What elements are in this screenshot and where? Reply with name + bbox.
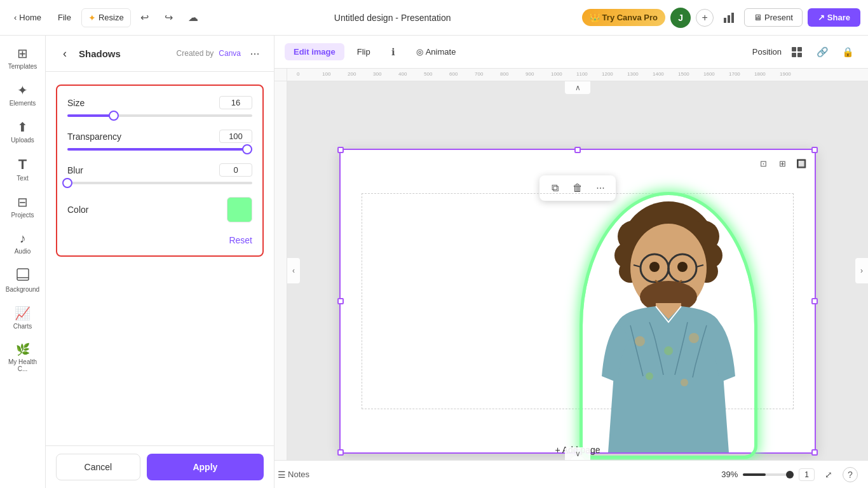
topbar-right: 👑 Try Canva Pro J + 🖥 Present ↗ Share: [582, 8, 860, 28]
elements-icon: ✦: [17, 83, 28, 98]
person-image[interactable]: [586, 198, 751, 452]
charts-label: Charts: [13, 323, 32, 330]
templates-label: Templates: [8, 63, 37, 70]
ruler-h-600: 600: [449, 71, 458, 77]
blur-label: Blur: [67, 165, 83, 175]
sidebar-item-text[interactable]: T Text: [3, 151, 43, 187]
size-value[interactable]: 16: [219, 96, 252, 109]
avatar[interactable]: J: [670, 8, 691, 28]
handle-top-center[interactable]: [574, 147, 581, 153]
notes-button[interactable]: ☰ Notes: [285, 466, 302, 484]
charts-icon: 📈: [15, 306, 31, 321]
handle-mid-right[interactable]: [811, 298, 818, 304]
animate-button[interactable]: ◎ Animate: [409, 43, 464, 60]
handle-bottom-left[interactable]: [337, 449, 344, 456]
sidebar-item-elements[interactable]: ✦ Elements: [3, 78, 43, 112]
handle-mid-left[interactable]: [337, 298, 344, 304]
try-canva-pro-button[interactable]: 👑 Try Canva Pro: [582, 9, 665, 26]
blur-slider-thumb[interactable]: [62, 178, 72, 188]
lock-button[interactable]: 🔒: [837, 42, 858, 62]
zoom-thumb[interactable]: [786, 471, 794, 478]
transparency-slider-track[interactable]: [67, 148, 252, 151]
zoom-slider[interactable]: [743, 473, 794, 476]
size-slider-track[interactable]: [67, 114, 252, 117]
copy-icon: ⧉: [552, 182, 559, 194]
panel-header: ‹ Shadows Created by Canva ···: [46, 36, 274, 72]
ruler-h-1500: 1500: [678, 71, 689, 77]
back-chevron-icon: ‹: [63, 47, 67, 60]
sidebar-item-charts[interactable]: 📈 Charts: [3, 301, 43, 335]
present-label: Present: [764, 13, 793, 22]
position-label[interactable]: Position: [752, 47, 782, 57]
expand-button[interactable]: ⤢: [820, 466, 837, 484]
myhealth-icon: 🌿: [16, 342, 30, 356]
ruler-h-1000: 1000: [551, 71, 562, 77]
present-button[interactable]: 🖥 Present: [744, 8, 803, 27]
sidebar-item-myhealth[interactable]: 🌿 My Health C...: [3, 337, 43, 377]
edit-image-button[interactable]: Edit image: [285, 43, 344, 60]
scroll-bottom-arrow[interactable]: ∨: [565, 447, 590, 460]
canvas-area: Edit image Flip ℹ ◎ Animate Position �: [275, 36, 868, 488]
resize-button[interactable]: ✦ Resize: [81, 8, 131, 27]
home-button[interactable]: ‹ Home: [8, 9, 48, 26]
redo-button[interactable]: ↪: [159, 8, 179, 28]
file-button[interactable]: File: [51, 9, 78, 26]
canvas-with-ruler: 100 200 300 400 500 600 700 800 900 1000…: [275, 69, 868, 460]
undo-button[interactable]: ↩: [135, 8, 155, 28]
scroll-left-arrow[interactable]: ‹: [287, 258, 300, 283]
corner-icon-1[interactable]: ⊡: [755, 155, 771, 172]
page-current: 1: [804, 470, 809, 479]
link-button[interactable]: 🔗: [812, 42, 832, 62]
help-button[interactable]: ?: [843, 467, 858, 482]
transparency-value[interactable]: 100: [219, 130, 252, 143]
topbar: ‹ Home File ✦ Resize ↩ ↪ ☁ Untitled desi…: [0, 0, 868, 36]
flip-button[interactable]: Flip: [349, 43, 378, 60]
transparency-slider-thumb[interactable]: [242, 144, 252, 154]
grid-toggle-button[interactable]: [787, 42, 807, 62]
blur-value[interactable]: 0: [219, 163, 252, 177]
color-swatch[interactable]: [227, 197, 252, 222]
panel-more-button[interactable]: ···: [246, 44, 264, 62]
expand-icon: ⤢: [825, 470, 832, 480]
handle-top-left[interactable]: [337, 147, 344, 153]
apply-button[interactable]: Apply: [147, 454, 264, 480]
share-button[interactable]: ↗ Share: [808, 8, 860, 27]
size-slider-thumb[interactable]: [109, 111, 119, 121]
analytics-button[interactable]: [719, 8, 739, 28]
corner-icon-2[interactable]: ⊞: [774, 155, 790, 172]
canva-link[interactable]: Canva: [219, 49, 241, 58]
svg-point-30: [681, 379, 688, 386]
blur-slider-track[interactable]: [67, 182, 252, 184]
handle-top-right[interactable]: [811, 147, 818, 153]
text-icon: T: [18, 156, 27, 173]
sidebar-item-audio[interactable]: ♪ Audio: [3, 226, 43, 260]
transparency-control: Transparency 100: [67, 130, 252, 151]
page-indicator: 1: [799, 468, 815, 481]
ruler-h-1800: 1800: [754, 71, 766, 77]
bottom-bar: ☰ Notes 39% 1 ⤢ ?: [275, 460, 868, 488]
canvas-scroll[interactable]: ‹ › ∧ ∨: [287, 81, 868, 460]
scroll-right-arrow[interactable]: ›: [855, 258, 868, 283]
file-label: File: [58, 13, 71, 22]
panel-back-button[interactable]: ‹: [56, 44, 74, 62]
handle-bottom-right[interactable]: [811, 449, 818, 456]
background-icon: [16, 268, 30, 284]
info-button[interactable]: ℹ: [383, 42, 403, 62]
person-svg: [586, 198, 751, 452]
svg-rect-3: [17, 269, 29, 280]
add-collaborator-button[interactable]: +: [696, 9, 714, 27]
cloud-save-button[interactable]: ☁: [183, 8, 203, 28]
ruler-h-0: 0: [297, 71, 299, 77]
document-title: Untitled design - Presentation: [334, 13, 451, 23]
svg-point-26: [635, 336, 645, 346]
sidebar-item-templates[interactable]: ⊞ Templates: [3, 41, 43, 75]
corner-icon-3[interactable]: 🔲: [793, 155, 810, 172]
cancel-button[interactable]: Cancel: [56, 454, 140, 480]
bottom-bar-left: ☰ Notes: [285, 466, 302, 484]
reset-button[interactable]: Reset: [67, 235, 252, 245]
scroll-top-arrow[interactable]: ∧: [565, 81, 590, 94]
sidebar-item-background[interactable]: Background: [3, 262, 43, 298]
transparency-label-row: Transparency 100: [67, 130, 252, 143]
sidebar-item-projects[interactable]: ⊟ Projects: [3, 189, 43, 224]
sidebar-item-uploads[interactable]: ⬆ Uploads: [3, 114, 43, 149]
